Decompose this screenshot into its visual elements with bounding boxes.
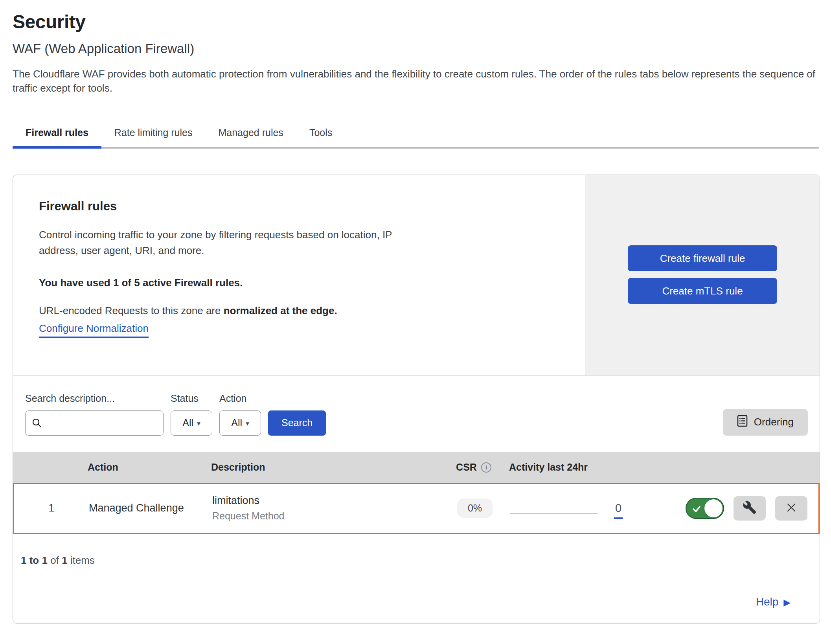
security-waf-page: Security WAF (Web Application Firewall) … [0,0,831,644]
status-select-value: All [182,417,193,429]
rule-field: Request Method [212,510,439,522]
search-field-label: Search description... [25,393,164,404]
items-total: 1 [62,554,67,566]
firewall-rules-card: Firewall rules Control incoming traffic … [13,175,820,624]
table-header: Action Description CSR i Activity last 2… [13,452,820,483]
card-actions-panel: Create firewall rule Create mTLS rule [585,175,820,375]
card-heading: Firewall rules [39,199,557,213]
create-mtls-rule-button[interactable]: Create mTLS rule [628,278,777,304]
status-field-label: Status [171,393,212,404]
chevron-down-icon: ▾ [246,420,249,428]
search-icon [31,418,42,430]
rule-position: 1 [14,502,89,514]
rule-description: limitations [212,495,439,507]
table-row: 1 Managed Challenge limitations Request … [13,483,820,534]
tab-tools[interactable]: Tools [296,120,345,147]
filter-bar: Search description... Status All ▾ [13,375,820,452]
rule-action: Managed Challenge [89,502,212,514]
header-cell-activity: Activity last 24hr [509,462,658,473]
card-top-section: Firewall rules Control incoming traffic … [13,175,820,375]
check-icon [691,504,702,516]
help-link[interactable]: Help ▶ [756,596,791,608]
header-cell-description: Description [211,462,438,473]
header-cell-action: Action [88,462,211,473]
firewall-rules-info: Firewall rules Control incoming traffic … [13,175,585,375]
ordering-button-label: Ordering [754,416,794,428]
action-field-group: Action All ▾ [219,393,261,436]
tab-rate-limiting-rules[interactable]: Rate limiting rules [101,120,206,147]
info-icon[interactable]: i [481,462,491,473]
page-description: The Cloudflare WAF provides both automat… [13,67,819,96]
page-subtitle: WAF (Web Application Firewall) [13,41,819,56]
rule-enabled-toggle[interactable] [686,498,724,519]
tab-firewall-rules[interactable]: Firewall rules [13,120,101,147]
card-description: Control incoming traffic to your zone by… [39,227,414,259]
normalization-prefix: URL-encoded Requests to this zone are [39,305,224,316]
status-select[interactable]: All ▾ [171,410,212,436]
chevron-down-icon: ▾ [197,420,200,428]
delete-rule-button[interactable] [775,496,807,521]
ordered-list-icon [737,415,748,430]
usage-summary: You have used 1 of 5 active Firewall rul… [39,277,557,289]
normalization-note: URL-encoded Requests to this zone are no… [39,305,557,317]
edit-rule-button[interactable] [734,496,766,521]
help-row: Help ▶ [13,581,820,623]
rule-description-cell: limitations Request Method [212,495,439,522]
arrow-right-icon: ▶ [783,597,791,608]
tab-bar: Firewall rules Rate limiting rules Manag… [13,120,819,149]
configure-normalization-link[interactable]: Configure Normalization [39,322,149,338]
close-icon [785,502,797,515]
action-field-label: Action [219,393,261,404]
wrench-icon [743,500,757,516]
items-range: 1 to 1 [21,554,48,566]
ordering-button[interactable]: Ordering [723,409,808,436]
action-select-value: All [231,417,242,429]
pagination-summary: 1 to 1 of 1 items [13,534,820,581]
normalization-bold: normalized at the edge. [224,305,337,316]
header-cell-csr: CSR i [438,462,509,473]
activity-count-link[interactable]: 0 [614,502,623,519]
toggle-knob [704,499,723,518]
rule-csr-cell: 0% [439,499,510,518]
search-input-wrapper [25,410,164,436]
csr-badge: 0% [457,499,493,518]
create-firewall-rule-button[interactable]: Create firewall rule [628,245,777,271]
search-input[interactable] [25,410,164,436]
help-link-label: Help [756,596,779,608]
search-field-group: Search description... [25,393,164,436]
activity-sparkline [510,513,598,514]
page-title: Security [13,11,819,33]
tab-managed-rules[interactable]: Managed rules [205,120,296,147]
action-select[interactable]: All ▾ [219,410,261,436]
search-button[interactable]: Search [268,410,326,436]
status-field-group: Status All ▾ [171,393,212,436]
rule-activity-cell: 0 [510,500,660,517]
rule-controls [660,496,818,521]
